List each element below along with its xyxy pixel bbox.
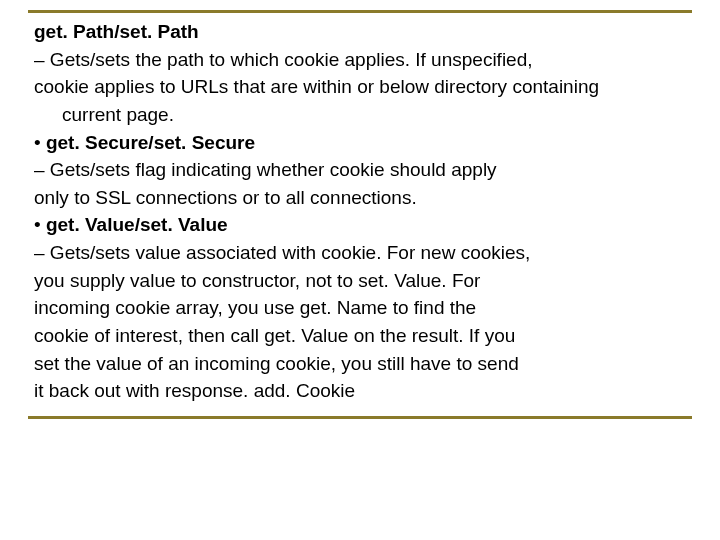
line-5: • get. Secure/set. Secure [34,130,686,156]
line-2-bullet: – [34,49,50,70]
line-1-bold: get. Path/set. Path [34,21,199,42]
line-7-text: only to SSL connections or to all connec… [34,187,417,208]
line-4: current page. [34,102,686,128]
content-box: get. Path/set. Path – Gets/sets the path… [28,10,692,419]
line-8-bold: get. Value/set. Value [46,214,228,235]
line-9: – Gets/sets value associated with cookie… [34,240,686,266]
line-5-bullet: • [34,132,46,153]
line-2-text: Gets/sets the path to which cookie appli… [50,49,533,70]
line-12-text: cookie of interest, then call get. Value… [34,325,515,346]
line-4-text: current page. [62,104,174,125]
line-8-bullet: • [34,214,46,235]
line-3-text: cookie applies to URLs that are within o… [34,76,599,97]
line-9-text: Gets/sets value associated with cookie. … [50,242,531,263]
line-6-text: Gets/sets flag indicating whether cookie… [50,159,497,180]
line-3: cookie applies to URLs that are within o… [34,74,686,100]
line-12: cookie of interest, then call get. Value… [34,323,686,349]
line-10-text: you supply value to constructor, not to … [34,270,480,291]
line-6-bullet: – [34,159,50,180]
line-7: only to SSL connections or to all connec… [34,185,686,211]
line-8: • get. Value/set. Value [34,212,686,238]
line-11-text: incoming cookie array, you use get. Name… [34,297,476,318]
line-14: it back out with response. add. Cookie [34,378,686,404]
line-5-bold: get. Secure/set. Secure [46,132,255,153]
line-11: incoming cookie array, you use get. Name… [34,295,686,321]
line-10: you supply value to constructor, not to … [34,268,686,294]
line-14-text: it back out with response. add. Cookie [34,380,355,401]
line-2: – Gets/sets the path to which cookie app… [34,47,686,73]
slide: get. Path/set. Path – Gets/sets the path… [0,0,720,540]
line-9-bullet: – [34,242,50,263]
line-13-text: set the value of an incoming cookie, you… [34,353,519,374]
line-6: – Gets/sets flag indicating whether cook… [34,157,686,183]
line-13: set the value of an incoming cookie, you… [34,351,686,377]
line-1: get. Path/set. Path [34,19,686,45]
